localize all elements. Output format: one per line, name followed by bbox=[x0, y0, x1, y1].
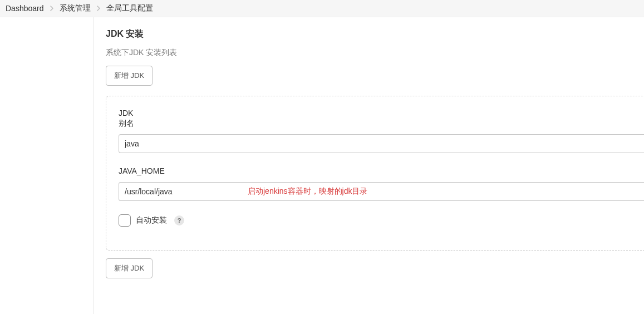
jdk-group-label: JDK bbox=[119, 109, 644, 117]
section-title: JDK 安装 bbox=[106, 28, 644, 40]
add-jdk-button[interactable]: 新增 JDK bbox=[106, 66, 153, 86]
breadcrumb-item-global-tools[interactable]: 全局工具配置 bbox=[106, 3, 153, 13]
alias-input[interactable] bbox=[119, 134, 644, 153]
add-jdk-button-bottom[interactable]: 新增 JDK bbox=[106, 258, 153, 278]
java-home-field-label: JAVA_HOME bbox=[119, 166, 644, 175]
sidebar-divider bbox=[0, 17, 94, 314]
chevron-right-icon bbox=[96, 6, 101, 11]
help-icon[interactable]: ? bbox=[174, 215, 184, 225]
auto-install-label: 自动安装 bbox=[136, 215, 167, 225]
java-home-input[interactable] bbox=[119, 182, 644, 201]
alias-field-label: 别名 bbox=[119, 119, 644, 129]
main-panel: JDK 安装 系统下JDK 安装列表 新增 JDK JDK 别名 JAVA_HO… bbox=[94, 17, 644, 314]
section-subtitle: 系统下JDK 安装列表 bbox=[106, 48, 644, 58]
breadcrumb-item-system[interactable]: 系统管理 bbox=[60, 3, 91, 13]
breadcrumb-item-dashboard[interactable]: Dashboard bbox=[6, 4, 44, 13]
auto-install-checkbox[interactable] bbox=[119, 214, 131, 227]
chevron-right-icon bbox=[50, 6, 54, 11]
jdk-installation-panel: JDK 别名 JAVA_HOME 启动jenkins容器时，映射的jdk目录 自… bbox=[106, 96, 644, 251]
breadcrumb: Dashboard 系统管理 全局工具配置 bbox=[0, 0, 644, 17]
